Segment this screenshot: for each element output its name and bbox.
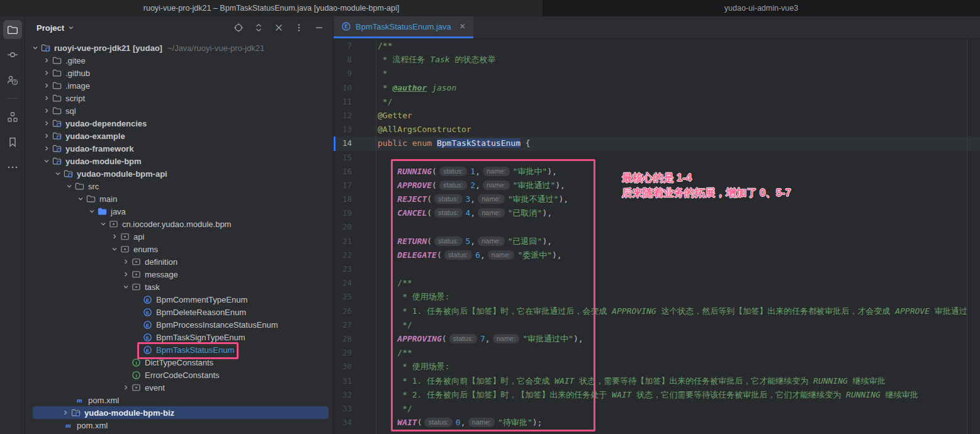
chevron-expanded-icon[interactable]: [98, 219, 108, 229]
line-number[interactable]: 19: [334, 206, 376, 220]
project-panel-title[interactable]: Project: [37, 23, 64, 33]
code-line-14[interactable]: 14public enum BpmTaskStatusEnum {: [334, 136, 980, 150]
tree-item-task[interactable]: task: [25, 281, 333, 293]
chevron-expanded-icon[interactable]: [42, 156, 52, 166]
code-line-33[interactable]: 33 */: [334, 402, 980, 416]
tree-item-java[interactable]: java: [25, 205, 333, 218]
chevron-collapsed-icon[interactable]: [42, 143, 52, 153]
tree-item-yudao-module-bpm[interactable]: yudao-module-bpm: [25, 155, 333, 167]
tree-item-bpmdeletereasonenum[interactable]: EBpmDeleteReasonEnum: [25, 306, 333, 318]
chevron-expanded-icon[interactable]: [87, 206, 97, 216]
line-number[interactable]: 28: [334, 332, 376, 346]
line-number[interactable]: 33: [334, 402, 376, 416]
hide-icon[interactable]: [314, 23, 324, 33]
activity-item-project[interactable]: [3, 20, 22, 39]
line-number[interactable]: 21: [334, 235, 376, 248]
line-number[interactable]: 7: [334, 39, 376, 53]
code-line-29[interactable]: 29 /**: [334, 346, 980, 360]
code-line-10[interactable]: 10 * @author jason: [334, 81, 980, 95]
tree-item-yudao-dependencies[interactable]: yudao-dependencies: [25, 117, 333, 130]
code-line-22[interactable]: 22 DELEGATE(status:6,name:"委派中"),: [334, 248, 980, 262]
tree-item-definition[interactable]: definition: [25, 255, 333, 268]
tree-item-bpmtasksigntypeenum[interactable]: EBpmTaskSignTypeEnum: [25, 331, 333, 343]
code-line-19[interactable]: 19 CANCEL(status:4,name:"已取消"),: [334, 206, 980, 220]
tree-item-enums[interactable]: enums: [25, 243, 333, 255]
code-line-32[interactable]: 32 * 2. 任务被向后【加签】时，【加签】出来的任务处于 WAIT 状态，它…: [334, 388, 980, 402]
line-number[interactable]: 16: [334, 165, 376, 179]
chevron-collapsed-icon[interactable]: [121, 257, 131, 267]
code-line-16[interactable]: 16 RUNNING(status:1,name:"审批中"),: [334, 165, 980, 179]
code-line-9[interactable]: 9 *: [334, 67, 980, 81]
line-number[interactable]: 31: [334, 374, 376, 388]
code-line-25[interactable]: 25 * 使用场景:: [334, 290, 980, 304]
tree-item-sql[interactable]: sql: [25, 104, 333, 117]
code-line-23[interactable]: 23: [334, 262, 980, 276]
line-number[interactable]: 32: [334, 388, 376, 402]
code-line-24[interactable]: 24 /**: [334, 276, 980, 290]
line-number[interactable]: 22: [334, 248, 376, 262]
chevron-collapsed-icon[interactable]: [42, 81, 52, 91]
chevron-collapsed-icon[interactable]: [60, 408, 70, 418]
options-icon[interactable]: [294, 23, 304, 33]
chevron-expanded-icon[interactable]: [76, 194, 86, 204]
activity-item-bookmarks[interactable]: [3, 133, 22, 152]
chevron-collapsed-icon[interactable]: [42, 55, 52, 65]
chevron-expanded-icon[interactable]: [30, 43, 40, 53]
tree-item-bpmtaskstatusenum[interactable]: EBpmTaskStatusEnum: [25, 343, 333, 356]
line-number[interactable]: 26: [334, 304, 376, 318]
tree-item-yudao-module-bpm-api[interactable]: yudao-module-bpm-api: [25, 167, 333, 180]
code-line-30[interactable]: 30 * 使用场景:: [334, 360, 980, 374]
tree-item-yudao-example[interactable]: yudao-example: [25, 130, 333, 142]
line-number[interactable]: 25: [334, 290, 376, 304]
tree-item-cn.iocoder.yudao.module.bpm[interactable]: cn.iocoder.yudao.module.bpm: [25, 218, 333, 230]
expand-collapse-icon[interactable]: [254, 23, 264, 33]
chevron-down-icon[interactable]: [68, 25, 74, 31]
code-line-26[interactable]: 26 * 1. 任务被向后【加签】时，它在审批通过后，会变成 APPROVING…: [334, 304, 980, 318]
chevron-expanded-icon[interactable]: [53, 169, 63, 179]
tree-item-.image[interactable]: .image: [25, 79, 333, 92]
chevron-collapsed-icon[interactable]: [42, 68, 52, 78]
code-line-12[interactable]: 12@Getter: [334, 109, 980, 123]
tree-item-yudao-module-bpm-biz[interactable]: yudao-module-bpm-biz: [33, 406, 329, 419]
tree-item-bpmprocessinstancestatusenum[interactable]: EBpmProcessInstanceStatusEnum: [25, 318, 333, 331]
line-number[interactable]: 18: [334, 192, 376, 206]
line-number[interactable]: 15: [334, 151, 376, 165]
locate-file-icon[interactable]: [234, 23, 244, 33]
line-number[interactable]: 14: [334, 136, 376, 150]
line-number[interactable]: 29: [334, 346, 376, 360]
close-icon[interactable]: ✕: [459, 22, 466, 31]
activity-item-pull-requests[interactable]: ?: [3, 70, 22, 89]
tree-item-event[interactable]: event: [25, 381, 333, 394]
tab-bpmtaskstatusenum[interactable]: E BpmTaskStatusEnum.java ✕: [334, 16, 473, 38]
line-number[interactable]: 34: [334, 416, 376, 430]
line-number[interactable]: 30: [334, 360, 376, 374]
tree-item-.gitee[interactable]: .gitee: [25, 54, 333, 67]
chevron-collapsed-icon[interactable]: [42, 106, 52, 116]
tree-item-ruoyi-vue-pro-jdk21-yudao-[interactable]: ruoyi-vue-pro-jdk21 [yudao]~/Java/ruoyi-…: [25, 42, 333, 54]
code-line-20[interactable]: 20: [334, 220, 980, 234]
tree-item-src[interactable]: src: [25, 180, 333, 192]
activity-item-structure[interactable]: [3, 108, 22, 126]
line-number[interactable]: 24: [334, 276, 376, 290]
activity-item-more[interactable]: [3, 158, 22, 177]
chevron-expanded-icon[interactable]: [64, 181, 74, 191]
code-line-17[interactable]: 17 APPROVE(status:2,name:"审批通过"),: [334, 179, 980, 192]
line-number[interactable]: 11: [334, 95, 376, 109]
line-number[interactable]: 9: [334, 67, 376, 81]
line-number[interactable]: 27: [334, 318, 376, 332]
code-line-28[interactable]: 28 APPROVING(status:7,name:"审批通过中"),: [334, 332, 980, 346]
line-number[interactable]: 10: [334, 81, 376, 95]
collapse-all-icon[interactable]: [274, 23, 284, 33]
line-number[interactable]: 13: [334, 123, 376, 136]
code-line-31[interactable]: 31 * 1. 任务被向前【加签】时，它会变成 WAIT 状态，需要等待【加签】…: [334, 374, 980, 388]
code-line-34[interactable]: 34 WAIT(status:0,name:"待审批");: [334, 416, 980, 430]
tree-item-pom.xml[interactable]: mpom.xml: [25, 394, 333, 406]
chevron-collapsed-icon[interactable]: [110, 231, 120, 242]
chevron-expanded-icon[interactable]: [110, 244, 120, 254]
activity-item-commit[interactable]: [3, 45, 22, 64]
chevron-collapsed-icon[interactable]: [121, 382, 131, 392]
line-number[interactable]: 23: [334, 262, 376, 276]
code-line-11[interactable]: 11 */: [334, 95, 980, 109]
line-number[interactable]: 20: [334, 220, 376, 234]
line-number[interactable]: 12: [334, 109, 376, 123]
